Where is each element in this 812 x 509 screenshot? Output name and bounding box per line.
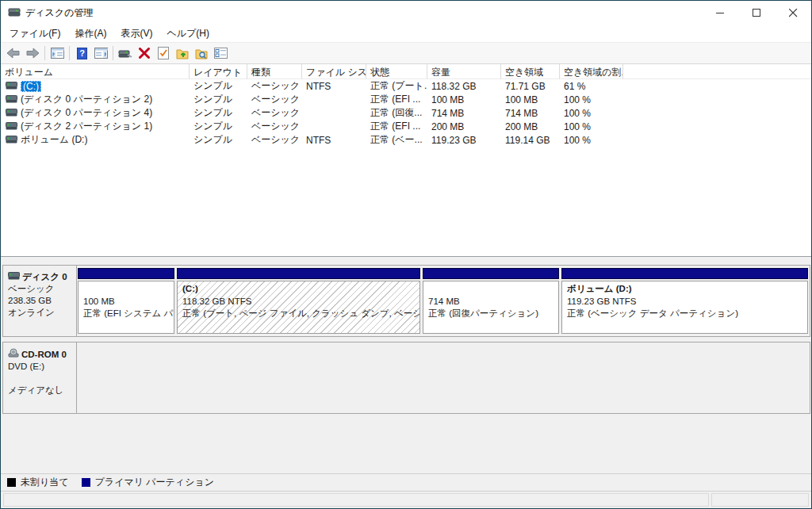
disk0-state: オンライン [8, 307, 73, 319]
volume-list: ボリューム レイアウト 種類 ファイル システム 状態 容量 空き領域 空き領域… [1, 64, 811, 257]
table-row-volume-c[interactable]: (C:) シンプル ベーシック NTFS 正常 (ブート... 118.32 G… [1, 79, 811, 93]
help-icon[interactable]: ? [72, 44, 91, 63]
free-space-cell: 119.14 GB [501, 135, 560, 146]
toolbar-separator [113, 46, 113, 60]
filesystem-cell: NTFS [302, 81, 366, 92]
toolbar: ? [1, 42, 811, 64]
free-percent-cell: 61 % [560, 81, 623, 92]
layout-cell: シンプル [190, 106, 247, 120]
table-row-disk0-partition4[interactable]: (ディスク 0 パーティション 4) シンプル ベーシック 正常 (回復... … [1, 106, 811, 120]
menu-help[interactable]: ヘルプ(H) [159, 25, 216, 43]
delete-volume-icon[interactable] [135, 44, 154, 63]
primary-partition-swatch-icon [82, 478, 90, 487]
titlebar[interactable]: ディスクの管理 [1, 1, 811, 25]
disk0-size: 238.35 GB [8, 295, 73, 307]
partition-status: 正常 (ブート, ページ ファイル, クラッシュ ダンプ, ベーシック データ … [182, 308, 415, 320]
partition-size: 714 MB [428, 296, 553, 308]
capacity-cell: 200 MB [427, 121, 501, 132]
layout-cell: シンプル [190, 79, 247, 93]
partition-efi-system[interactable]: 100 MB 正常 (EFI システム パー: [78, 268, 174, 334]
menu-view[interactable]: 表示(V) [113, 25, 159, 43]
partition-color-bar [423, 268, 559, 279]
partition-color-bar [78, 268, 174, 279]
cdrom-name: CD-ROM 0 [21, 349, 67, 361]
partition-color-bar [177, 268, 420, 279]
column-header-type[interactable]: 種類 [247, 64, 302, 79]
column-header-layout[interactable]: レイアウト [190, 64, 247, 79]
free-space-cell: 714 MB [501, 108, 560, 119]
forward-icon[interactable] [23, 44, 42, 63]
volume-name-selected[interactable]: (C:) [21, 81, 41, 92]
volume-name-cell: ボリューム (D:) [1, 133, 190, 147]
filesystem-cell: NTFS [302, 135, 366, 146]
close-button[interactable] [775, 1, 811, 25]
show-action-pane-icon[interactable] [91, 44, 110, 63]
maximize-button[interactable] [738, 1, 775, 25]
column-header-filler [623, 64, 811, 79]
explore-folder-icon[interactable] [192, 44, 211, 63]
cdrom-media-area[interactable] [77, 343, 810, 413]
toolbar-separator [69, 46, 70, 60]
toolbar-separator [44, 46, 45, 60]
volume-name-cell: (ディスク 0 パーティション 4) [1, 106, 190, 120]
type-cell: ベーシック [247, 93, 302, 106]
disk-rescan-icon[interactable] [116, 44, 135, 63]
partition-recovery[interactable]: 714 MB 正常 (回復パーティション) [423, 268, 559, 334]
partition-size: 119.23 GB NTFS [567, 296, 802, 308]
capacity-cell: 118.32 GB [427, 81, 501, 92]
volume-name: (ディスク 2 パーティション 1) [21, 120, 152, 133]
disk0-name: ディスク 0 [22, 271, 67, 283]
disk0-partition-area: 100 MB 正常 (EFI システム パー: (C:) 118.32 GB N… [77, 266, 810, 336]
partition-color-bar [561, 268, 808, 279]
graphical-view: ディスク 0 ベーシック 238.35 GB オンライン 100 MB 正常 (… [1, 257, 811, 473]
partition-size: 100 MB [83, 296, 169, 308]
window-title: ディスクの管理 [25, 6, 93, 20]
type-cell: ベーシック [247, 106, 302, 120]
show-console-tree-icon[interactable] [48, 44, 67, 63]
disk-drive-icon [8, 271, 20, 283]
partition-d-drive[interactable]: ボリューム (D:) 119.23 GB NTFS 正常 (ベーシック データ … [561, 268, 808, 334]
column-header-free-percent[interactable]: 空き領域の割... [560, 64, 623, 79]
free-percent-cell: 100 % [560, 94, 623, 105]
status-cell: 正常 (ベー... [366, 133, 427, 147]
cdrom-label-panel[interactable]: CD-ROM 0 DVD (E:) メディアなし [3, 343, 77, 413]
minimize-button[interactable] [702, 1, 738, 25]
legend-unallocated-label: 未割り当て [21, 476, 69, 489]
disk0-label-panel[interactable]: ディスク 0 ベーシック 238.35 GB オンライン [3, 266, 77, 336]
open-folder-icon[interactable] [173, 44, 192, 63]
partition-status: 正常 (ベーシック データ パーティション) [567, 308, 802, 320]
column-header-filesystem[interactable]: ファイル システム [302, 64, 366, 79]
layout-cell: シンプル [190, 93, 247, 106]
properties-icon[interactable] [211, 44, 230, 63]
volume-name: ボリューム (D:) [21, 133, 87, 147]
partition-status: 正常 (EFI システム パー: [83, 308, 169, 320]
free-space-cell: 200 MB [501, 121, 560, 132]
type-cell: ベーシック [247, 79, 302, 93]
unallocated-swatch-icon [7, 478, 16, 487]
mark-partition-icon[interactable] [154, 44, 173, 63]
partition-title [428, 283, 553, 296]
partition-size: 118.32 GB NTFS [182, 296, 415, 308]
free-percent-cell: 100 % [560, 121, 623, 132]
type-cell: ベーシック [247, 133, 302, 147]
column-header-capacity[interactable]: 容量 [427, 64, 501, 79]
volume-list-header: ボリューム レイアウト 種類 ファイル システム 状態 容量 空き領域 空き領域… [1, 64, 811, 79]
status-cell: 正常 (回復... [366, 106, 427, 120]
type-cell: ベーシック [247, 120, 302, 133]
table-row-disk2-partition1[interactable]: (ディスク 2 パーティション 1) シンプル ベーシック 正常 (EFI ..… [1, 120, 811, 133]
capacity-cell: 119.23 GB [427, 135, 501, 146]
partition-title [83, 283, 169, 296]
volume-name-cell: (ディスク 0 パーティション 2) [1, 93, 190, 106]
free-space-cell: 100 MB [501, 94, 560, 105]
back-icon[interactable] [4, 44, 23, 63]
partition-c-drive[interactable]: (C:) 118.32 GB NTFS 正常 (ブート, ページ ファイル, ク… [177, 268, 420, 334]
column-header-free-space[interactable]: 空き領域 [501, 64, 560, 79]
column-header-status[interactable]: 状態 [366, 64, 427, 79]
table-row-disk0-partition2[interactable]: (ディスク 0 パーティション 2) シンプル ベーシック 正常 (EFI ..… [1, 93, 811, 106]
column-header-volume[interactable]: ボリューム [1, 64, 190, 79]
menu-action[interactable]: 操作(A) [67, 25, 113, 43]
cdrom-drive-letter: DVD (E:) [8, 361, 73, 373]
capacity-cell: 100 MB [427, 94, 501, 105]
table-row-volume-d[interactable]: ボリューム (D:) シンプル ベーシック NTFS 正常 (ベー... 119… [1, 133, 811, 147]
menu-file[interactable]: ファイル(F) [2, 25, 67, 43]
